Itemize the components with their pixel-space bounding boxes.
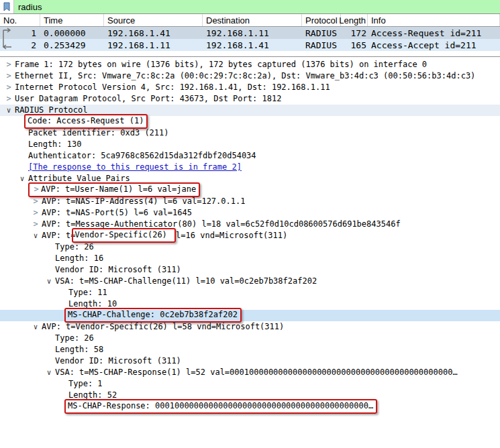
packet-time: 0.253429 xyxy=(40,39,104,51)
column-header-no[interactable]: No. xyxy=(0,14,40,26)
collapsed-arrow-icon[interactable]: > xyxy=(31,196,40,207)
detail-text: Length: 10 xyxy=(68,299,117,309)
detail-line[interactable]: ∨AVP: t=Vendor-Specific(26) l=58 vnd=Mic… xyxy=(0,321,500,333)
annotation-box: >AVP: t=User-Name(1) l=6 val=jane xyxy=(28,182,200,197)
detail-text: Length: 52 xyxy=(68,390,117,400)
packet-row[interactable]: 20.253429192.168.1.11192.168.1.41RADIUS1… xyxy=(0,39,500,51)
detail-line[interactable]: Type: 26 xyxy=(0,333,500,344)
detail-line[interactable]: >Internet Protocol Version 4, Src: 192.1… xyxy=(0,82,500,93)
filter-bookmark-button[interactable] xyxy=(0,0,14,13)
collapsed-arrow-icon[interactable]: > xyxy=(4,93,13,105)
detail-text: Type: 1 xyxy=(68,379,103,388)
collapsed-arrow-icon[interactable]: > xyxy=(4,82,13,93)
detail-text: Length: 130 xyxy=(28,139,81,149)
column-header-length[interactable]: Length xyxy=(341,14,368,26)
collapsed-arrow-icon[interactable]: > xyxy=(4,59,13,70)
detail-line[interactable]: ∨VSA: t=MS-CHAP-Challenge(11) l=10 val=0… xyxy=(0,276,500,287)
packet-list: No.TimeSourceDestinationProtocolLengthIn… xyxy=(0,14,500,51)
expanded-arrow-icon[interactable]: ∨ xyxy=(31,230,40,241)
wireshark-window: radius No.TimeSourceDestinationProtocolL… xyxy=(0,0,500,448)
detail-text: MS-CHAP-Response: 0001000000000000000000… xyxy=(68,401,373,410)
packet-row[interactable]: 10.000000192.168.1.41192.168.1.11RADIUS1… xyxy=(0,27,500,39)
column-header-protocol[interactable]: Protocol xyxy=(302,14,341,26)
collapsed-arrow-icon[interactable]: > xyxy=(31,207,40,219)
detail-line[interactable]: >Frame 1: 172 bytes on wire (1376 bits),… xyxy=(0,59,500,70)
detail-line[interactable]: ∨AVP: t=Vendor-Specific(26) l=16 vnd=Mic… xyxy=(0,230,500,241)
display-filter-value: radius xyxy=(18,2,42,12)
bookmark-icon xyxy=(3,2,11,11)
detail-line[interactable]: Length: 58 xyxy=(0,344,500,355)
detail-line[interactable]: Length: 130 xyxy=(0,139,500,150)
collapsed-arrow-icon[interactable]: > xyxy=(32,184,41,195)
expanded-arrow-icon[interactable]: ∨ xyxy=(31,321,40,333)
detail-line[interactable]: Length: 16 xyxy=(0,253,500,264)
column-header-destination[interactable]: Destination xyxy=(203,14,302,26)
collapsed-arrow-icon[interactable]: > xyxy=(4,70,13,82)
detail-text: VSA: t=MS-CHAP-Response(1) l=52 val=0001… xyxy=(55,368,458,377)
packet-length: 172 xyxy=(341,27,368,39)
detail-text: Attribute Value Pairs xyxy=(28,174,130,183)
packet-time: 0.000000 xyxy=(40,27,104,39)
expanded-arrow-icon[interactable]: ∨ xyxy=(44,276,54,287)
display-filter-bar: radius xyxy=(0,0,500,14)
detail-line[interactable]: Vendor ID: Microsoft (311) xyxy=(0,264,500,276)
collapsed-arrow-icon[interactable]: > xyxy=(31,219,40,230)
detail-line[interactable]: >Ethernet II, Src: Vmware_7c:8c:2a (00:0… xyxy=(0,70,500,82)
detail-text: l=16 vnd=Microsoft(311) xyxy=(176,231,287,240)
detail-text: Length: 16 xyxy=(55,254,103,263)
response-arrow-icon xyxy=(1,39,13,51)
detail-line[interactable]: Authenticator: 5ca9768c8562d15da312fdbf2… xyxy=(0,150,500,162)
detail-line[interactable]: [The response to this request is in fram… xyxy=(0,162,500,173)
detail-text: Length: 58 xyxy=(55,345,103,354)
packet-destination: 192.168.1.41 xyxy=(203,39,302,51)
expanded-arrow-icon[interactable]: ∨ xyxy=(44,367,54,378)
packet-source: 192.168.1.11 xyxy=(104,39,203,51)
column-header-time[interactable]: Time xyxy=(40,14,104,26)
detail-line[interactable]: Type: 11 xyxy=(0,287,500,298)
packet-protocol: RADIUS xyxy=(302,27,341,39)
detail-line[interactable]: MS-CHAP-Response: 0001000000000000000000… xyxy=(0,401,500,412)
packet-destination: 192.168.1.11 xyxy=(203,27,302,39)
pane-splitter[interactable] xyxy=(0,51,500,57)
detail-text: VSA: t=MS-CHAP-Challenge(11) l=10 val=0c… xyxy=(55,276,317,286)
annotation-box: Code: Access-Request (1) xyxy=(24,114,148,129)
detail-text: AVP: t=NAS-Port(5) l=6 val=1645 xyxy=(42,208,192,217)
packet-list-header: No.TimeSourceDestinationProtocolLengthIn… xyxy=(0,14,500,27)
detail-text: Internet Protocol Version 4, Src: 192.16… xyxy=(15,82,330,92)
column-header-source[interactable]: Source xyxy=(104,14,203,26)
detail-line[interactable]: Type: 26 xyxy=(0,241,500,253)
detail-text: Packet identifier: 0xd3 (211) xyxy=(28,128,169,137)
expanded-arrow-icon[interactable]: ∨ xyxy=(17,173,27,184)
detail-text: Authenticator: 5ca9768c8562d15da312fdbf2… xyxy=(28,151,256,160)
detail-line[interactable]: >User Datagram Protocol, Src Port: 43673… xyxy=(0,93,500,105)
detail-text: AVP: t= xyxy=(42,231,76,240)
column-header-info[interactable]: Info xyxy=(368,14,500,26)
detail-line[interactable]: >AVP: t=User-Name(1) l=6 val=jane xyxy=(0,184,500,196)
detail-text: Code: Access-Request (1) xyxy=(28,116,144,125)
detail-text: Type: 26 xyxy=(55,242,94,251)
detail-line[interactable]: ∨VSA: t=MS-CHAP-Response(1) l=52 val=000… xyxy=(0,367,500,378)
detail-text: AVP: t=Vendor-Specific(26) l=58 vnd=Micr… xyxy=(42,322,284,331)
detail-line[interactable]: Type: 1 xyxy=(0,378,500,390)
display-filter-input[interactable]: radius xyxy=(14,0,500,13)
packet-list-rows: 10.000000192.168.1.41192.168.1.11RADIUS1… xyxy=(0,27,500,51)
detail-text: Vendor-Specific(26) xyxy=(75,230,172,239)
detail-line[interactable]: Code: Access-Request (1) xyxy=(0,116,500,127)
packet-source: 192.168.1.41 xyxy=(104,27,203,39)
detail-line[interactable]: >AVP: t=NAS-IP-Address(4) l=6 val=127.0.… xyxy=(0,196,500,207)
detail-line[interactable]: Vendor ID: Microsoft (311) xyxy=(0,355,500,367)
detail-text: AVP: t=Message-Authenticator(80) l=18 va… xyxy=(42,219,401,229)
packet-info: Access-Accept id=211 xyxy=(368,39,500,51)
detail-text: Type: 26 xyxy=(55,333,94,343)
detail-line[interactable]: MS-CHAP-Challenge: 0c2eb7b38f2af202 xyxy=(0,310,500,321)
packet-length: 165 xyxy=(341,39,368,51)
detail-text: RADIUS Protocol xyxy=(15,105,87,115)
expanded-arrow-icon[interactable]: ∨ xyxy=(4,105,13,116)
response-frame-link[interactable]: [The response to this request is in fram… xyxy=(28,162,242,172)
request-arrow-icon xyxy=(1,27,13,39)
detail-text: Type: 11 xyxy=(68,288,107,297)
detail-line[interactable]: Packet identifier: 0xd3 (211) xyxy=(0,127,500,139)
detail-text: AVP: t=User-Name(1) l=6 val=jane xyxy=(41,184,196,194)
annotation-box: MS-CHAP-Response: 0001000000000000000000… xyxy=(64,399,377,414)
detail-line[interactable]: >AVP: t=NAS-Port(5) l=6 val=1645 xyxy=(0,207,500,219)
